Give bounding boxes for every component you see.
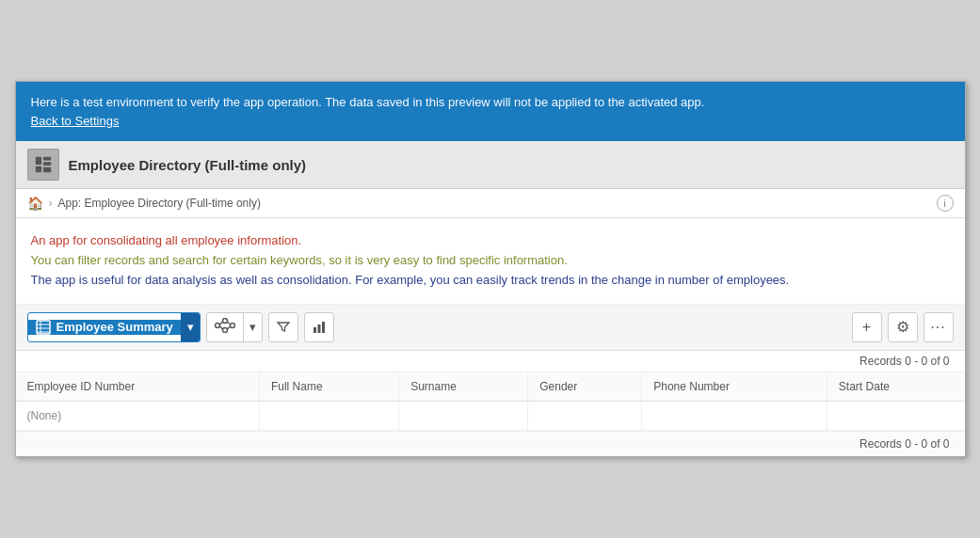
svg-line-14 bbox=[219, 322, 222, 324]
description-line-2: You can filter records and search for ce… bbox=[31, 251, 950, 271]
info-icon[interactable]: i bbox=[937, 195, 954, 212]
breadcrumb-path: App: Employee Directory (Full-time only) bbox=[58, 197, 261, 210]
svg-line-16 bbox=[227, 322, 230, 324]
data-table: Employee ID Number Full Name Surname Gen… bbox=[16, 372, 965, 431]
main-container: Here is a test environment to verify the… bbox=[15, 81, 966, 456]
flow-button[interactable]: ▾ bbox=[206, 312, 263, 342]
records-count-bottom: Records 0 - 0 of 0 bbox=[16, 431, 965, 456]
view-selector-label: Employee Summary bbox=[56, 320, 173, 334]
col-employee-id: Employee ID Number bbox=[16, 372, 260, 402]
svg-rect-4 bbox=[43, 167, 51, 173]
toolbar-right: + ⚙ ··· bbox=[852, 312, 954, 342]
description-line-3: The app is useful for data analysis as w… bbox=[31, 271, 950, 291]
app-icon bbox=[27, 149, 59, 181]
breadcrumb-bar: 🏠 › App: Employee Directory (Full-time o… bbox=[16, 189, 965, 218]
view-selector-caret[interactable]: ▾ bbox=[181, 313, 200, 341]
svg-point-13 bbox=[230, 324, 234, 328]
home-icon[interactable]: 🏠 bbox=[27, 196, 43, 211]
svg-point-12 bbox=[222, 328, 227, 333]
flow-icon bbox=[215, 318, 235, 336]
more-options-button[interactable]: ··· bbox=[924, 312, 954, 342]
col-phone: Phone Number bbox=[642, 372, 827, 402]
view-selector[interactable]: Employee Summary ▾ bbox=[27, 312, 201, 342]
svg-point-11 bbox=[222, 319, 227, 324]
description-line-1: An app for consolidating all employee in… bbox=[31, 231, 950, 251]
svg-rect-3 bbox=[43, 163, 51, 166]
filter-button[interactable] bbox=[268, 312, 298, 342]
toolbar: Employee Summary ▾ bbox=[16, 305, 965, 351]
app-header: Employee Directory (Full-time only) bbox=[16, 141, 965, 189]
svg-rect-0 bbox=[35, 157, 40, 165]
svg-line-17 bbox=[227, 326, 230, 329]
col-surname: Surname bbox=[399, 372, 528, 402]
app-title: Employee Directory (Full-time only) bbox=[69, 157, 307, 173]
records-count-top: Records 0 - 0 of 0 bbox=[16, 351, 965, 372]
chart-button[interactable] bbox=[304, 312, 334, 342]
table-body: (None) bbox=[16, 401, 965, 430]
test-environment-banner: Here is a test environment to verify the… bbox=[16, 82, 965, 141]
add-record-button[interactable]: + bbox=[852, 312, 882, 342]
settings-button[interactable]: ⚙ bbox=[888, 312, 918, 342]
svg-rect-2 bbox=[43, 157, 51, 161]
empty-cell-2 bbox=[399, 401, 528, 430]
empty-cell-1 bbox=[259, 401, 398, 430]
table-header-row: Employee ID Number Full Name Surname Gen… bbox=[16, 372, 965, 402]
svg-rect-19 bbox=[317, 324, 320, 333]
view-selector-main[interactable]: Employee Summary bbox=[28, 320, 181, 335]
breadcrumb-separator: › bbox=[49, 197, 53, 210]
app-description: An app for consolidating all employee in… bbox=[16, 218, 965, 304]
col-gender: Gender bbox=[528, 372, 642, 402]
empty-cell-4 bbox=[642, 401, 827, 430]
banner-message: Here is a test environment to verify the… bbox=[31, 95, 705, 109]
empty-row-label: (None) bbox=[16, 401, 260, 430]
svg-line-15 bbox=[219, 326, 222, 329]
svg-point-10 bbox=[215, 324, 219, 328]
table-row-empty: (None) bbox=[16, 401, 965, 430]
table-header: Employee ID Number Full Name Surname Gen… bbox=[16, 372, 965, 402]
empty-cell-3 bbox=[528, 401, 642, 430]
svg-rect-1 bbox=[35, 166, 40, 172]
flow-caret[interactable]: ▾ bbox=[243, 313, 262, 341]
empty-cell-5 bbox=[827, 401, 964, 430]
svg-rect-20 bbox=[322, 322, 325, 333]
back-to-settings-link[interactable]: Back to Settings bbox=[31, 114, 120, 128]
table-view-icon bbox=[36, 320, 51, 335]
col-start-date: Start Date bbox=[827, 372, 964, 402]
col-full-name: Full Name bbox=[259, 372, 398, 402]
flow-main[interactable] bbox=[207, 313, 243, 341]
svg-rect-18 bbox=[313, 327, 316, 333]
